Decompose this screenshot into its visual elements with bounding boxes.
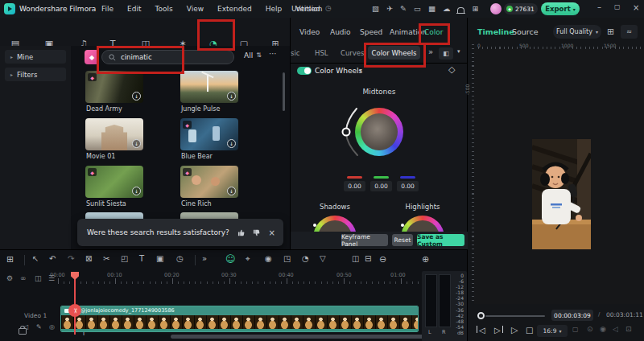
keyframe-diamond-icon[interactable]: ◇ (448, 65, 455, 74)
select-cursor-icon[interactable]: ↖ (32, 255, 39, 263)
compare-view-button[interactable]: ◧ (439, 47, 453, 60)
render-preview-icon[interactable]: ◔ (302, 255, 309, 263)
video-clip[interactable]: io_@jonlajoiecomedy_1771249003586 (60, 306, 419, 332)
playhead-line[interactable] (74, 272, 76, 335)
download-icon[interactable]: ↓ (132, 139, 141, 148)
thumbs-down-icon[interactable] (253, 228, 260, 237)
color-wheels-toggle[interactable] (297, 67, 312, 75)
export-button[interactable]: Export▾ (541, 2, 580, 15)
display-icon[interactable]: ▭ (414, 5, 421, 13)
filter-item-dead-army[interactable]: ◆↓ (85, 71, 143, 103)
sidebar-item-filters[interactable]: ▸Filters (5, 68, 66, 81)
previous-frame-button[interactable]: ◁ (479, 326, 485, 335)
color-picker-icon[interactable]: ◉ (600, 326, 606, 333)
timeline-ruler[interactable] (48, 277, 431, 284)
next-frame-button[interactable]: ▷ (494, 326, 501, 335)
coin-balance[interactable]: ◆ 27631 (504, 3, 538, 14)
speed-clock-icon[interactable]: ◷ (176, 255, 184, 263)
zoom-out-icon[interactable]: ⊖ (379, 255, 386, 264)
highlights-slider-handle[interactable] (401, 224, 404, 227)
mirror-preview-icon[interactable]: ▢ (572, 327, 579, 333)
ai-assistant-icon[interactable]: ☺ (225, 253, 236, 265)
prop-tab-color[interactable]: Color (424, 28, 444, 36)
snapshot-camera-icon[interactable]: ▣ (156, 255, 163, 263)
split-scissors-icon[interactable]: ✂ (103, 255, 109, 263)
timeline-scrollbar[interactable] (171, 335, 436, 339)
thumbs-up-icon[interactable] (237, 228, 245, 237)
cloud-upload-icon[interactable]: ☁ (443, 5, 451, 13)
search-input[interactable]: cinimatic (101, 50, 234, 64)
subtab-basic[interactable]: Basic (290, 49, 300, 57)
motion-track-icon[interactable]: ⌖ (246, 255, 250, 263)
panel-scrollbar[interactable] (283, 72, 285, 111)
undo-icon[interactable]: ↶ (49, 255, 56, 263)
snapshot-icon[interactable]: ⊙ (587, 326, 593, 333)
workspace-icon[interactable]: ⊞ (472, 5, 478, 13)
share-icon[interactable]: ✈ (386, 5, 393, 13)
subtab-curves[interactable]: Curves (341, 49, 365, 57)
luminance-arc-slider[interactable] (340, 105, 361, 158)
filter-item-sunlit-siesta[interactable]: ◆↓ (85, 166, 143, 198)
download-icon[interactable]: ↓ (132, 92, 141, 101)
red-value-field[interactable]: 0.00 (344, 181, 365, 191)
reset-button[interactable]: Reset (392, 234, 413, 246)
preview-tab-timeline[interactable]: Timeline (477, 28, 514, 36)
stop-button[interactable]: □ (526, 326, 533, 335)
notification-bell-icon[interactable] (457, 7, 464, 13)
filter-item-jungle-pulse[interactable]: ↓ (180, 71, 238, 103)
avatar[interactable] (490, 3, 502, 14)
track-effects-wand-icon[interactable]: ✎ (36, 324, 42, 331)
media-view-icon[interactable]: ⊞ (6, 255, 14, 264)
download-icon[interactable]: ↓ (227, 187, 236, 195)
layout-grid-icon[interactable]: ⊞ (607, 27, 614, 36)
preview-tab-source[interactable]: Source (512, 28, 539, 36)
panel-caret-icon[interactable]: ▾ (457, 49, 460, 55)
prop-tab-audio[interactable]: Audio (330, 28, 351, 36)
mask-shield-icon[interactable]: ▽ (320, 255, 326, 263)
download-icon[interactable]: ↓ (227, 92, 236, 101)
crop-icon[interactable]: ◰ (121, 255, 128, 263)
play-button[interactable]: ▷ (511, 325, 518, 335)
track-mute-icon[interactable]: ◁ (23, 324, 28, 331)
download-icon[interactable]: ↓ (227, 139, 236, 148)
save-icon[interactable]: ▦ (428, 5, 436, 13)
split-view-icon[interactable]: ◫ (35, 275, 42, 282)
track-settings-gear-icon[interactable]: ⚙ (6, 275, 13, 282)
close-button[interactable]: × (633, 4, 639, 12)
download-icon[interactable]: ↓ (132, 187, 141, 195)
save-as-custom-button[interactable]: Save as Custom (417, 234, 464, 246)
more-subtabs-icon[interactable]: » (428, 48, 433, 56)
aspect-ratio-dropdown[interactable]: 16:9▾ (537, 325, 568, 337)
text-tool-icon[interactable]: T (139, 255, 144, 263)
menu-view[interactable]: View (187, 5, 204, 13)
sidebar-item-mine[interactable]: ▸Mine (5, 50, 66, 64)
seek-bar[interactable] (485, 315, 545, 317)
subtab-color-wheels[interactable]: Color Wheels (368, 46, 420, 60)
minimize-button[interactable]: – (597, 3, 601, 11)
menu-help[interactable]: Help (266, 5, 283, 13)
prop-tab-video[interactable]: Video (299, 28, 320, 36)
prop-tab-animation[interactable]: Animation (390, 28, 427, 36)
fullscreen-icon[interactable]: ⊡ (625, 326, 632, 333)
filter-item-blue-bear[interactable]: ◆↓ (180, 118, 238, 150)
toast-close-icon[interactable]: × (269, 228, 275, 237)
link-clips-icon[interactable]: ∞ (20, 275, 27, 282)
track-visibility-eye-icon[interactable]: ◎ (49, 324, 55, 331)
menu-edit[interactable]: Edit (127, 5, 141, 13)
toggle-caret-icon[interactable]: ▾ (359, 68, 362, 74)
split-screen-icon[interactable]: ◫ (352, 255, 359, 263)
filter-item-cine-rich[interactable]: ◆↓ (180, 166, 238, 198)
more-tools-icon[interactable]: » (202, 255, 207, 263)
all-filter-dropdown[interactable]: All ⇅ (244, 51, 262, 60)
keyframe-panel-button[interactable]: Keyframe Panel (341, 234, 388, 246)
redo-icon[interactable]: ↷ (68, 255, 74, 263)
mute-speaker-icon[interactable]: ◁ (613, 326, 618, 333)
subtab-hsl[interactable]: HSL (315, 49, 328, 57)
filter-item-movie-01[interactable]: ↓ (85, 118, 143, 150)
midtones-color-wheel[interactable] (355, 108, 403, 156)
pro-gem-button[interactable]: ◆ (85, 50, 99, 64)
green-value-field[interactable]: 0.00 (370, 181, 392, 191)
zoom-in-icon[interactable]: ⊕ (422, 255, 429, 264)
menu-file[interactable]: File (101, 5, 114, 13)
delete-icon[interactable]: ⊠ (85, 255, 92, 263)
